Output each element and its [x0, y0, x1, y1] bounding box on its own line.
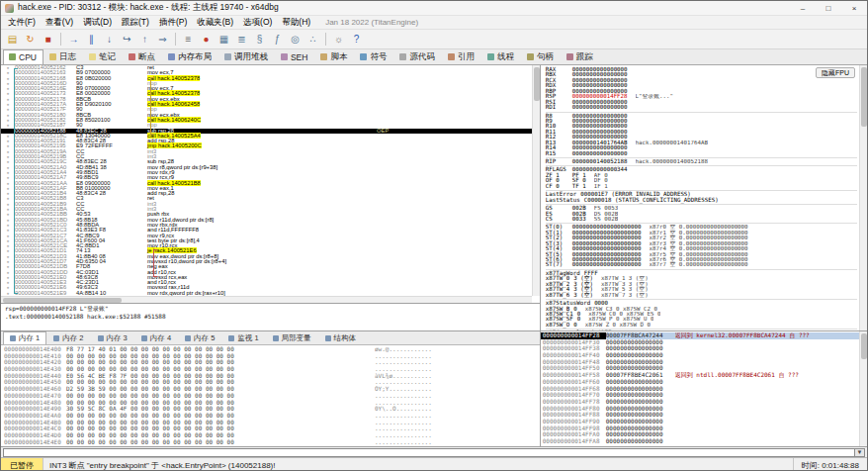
command-bar: ▼ [1, 446, 867, 457]
register-row[interactable]: ST(7)00000000000000000000x87r7 空 0.00000… [546, 262, 857, 267]
registers-body: RAX0000000000000000RBX0000000000000000RC… [546, 67, 857, 330]
command-history-dropdown[interactable]: ▼ [855, 448, 865, 457]
dump-tab-struct[interactable]: 结构体 [318, 331, 364, 344]
info-line: rsp=000000000014FF28 L"登录账" [5, 305, 536, 313]
register-name: LastStatus [546, 198, 584, 203]
register-extra: SS 002B [594, 217, 618, 222]
register-value: 0033 [572, 217, 586, 222]
register-row[interactable]: x87TW_63 (空)x87TW_7 3 (空) [546, 293, 857, 298]
register-row[interactable]: CS0033SS 002B [546, 217, 857, 222]
stack-pane[interactable]: 000000000014FF2800007FF8BCA47244返回到 kern… [541, 330, 867, 446]
tab-call-stack-icon [224, 53, 231, 60]
maximize-button[interactable]: □ [816, 1, 841, 15]
register-row[interactable]: LastStatusC0000018 (STATUS_CONFLICTING_A… [546, 198, 857, 203]
dump-tab-locals[interactable]: 局部变量 [266, 331, 318, 344]
script-button[interactable]: § [251, 32, 268, 47]
tab-source[interactable]: 源代码 [393, 49, 442, 64]
stack-vscrollbar[interactable] [859, 331, 867, 446]
menu-item[interactable]: 帮助(H) [277, 17, 315, 29]
disassembly-hscroll-thumb[interactable] [3, 298, 122, 303]
tab-cpu[interactable]: CPU [3, 49, 43, 64]
disassembly-vscroll-thumb[interactable] [534, 67, 540, 101]
stack-vscroll-thumb[interactable] [861, 333, 867, 359]
stack-comment [675, 406, 867, 413]
threads-button[interactable]: ∴ [304, 32, 321, 47]
step-over-icon: ↪ [123, 35, 130, 45]
tab-call-stack[interactable]: 调用堆栈 [218, 49, 275, 64]
dump-row[interactable]: 000000000014E4E000 00 00 00 00 00 00 00 … [1, 439, 540, 446]
menu-item[interactable]: 选项(O) [238, 17, 277, 29]
register-extra: L"登录账..." [636, 94, 673, 99]
step-out-button[interactable]: ↑ [136, 32, 153, 47]
register-row[interactable]: CF 0TF 1IF 1 [546, 184, 857, 189]
dump-tab-memory-2[interactable]: 内存 2 [46, 331, 90, 344]
tab-notes[interactable]: 笔记 [83, 49, 123, 64]
disassembly-vscrollbar[interactable] [532, 65, 540, 296]
menu-item[interactable]: 收藏夹(B) [192, 17, 238, 29]
pause-button[interactable]: ∥ [83, 32, 100, 47]
registers-vscroll-thumb[interactable] [861, 67, 867, 127]
menu-item[interactable]: 文件(F) [3, 17, 41, 29]
step-over-button[interactable]: ↪ [119, 32, 135, 47]
dump-ascii: ................ [375, 432, 540, 439]
tab-breakpoints[interactable]: 断点 [123, 49, 162, 64]
tab-handles[interactable]: 句柄 [521, 49, 561, 64]
register-row[interactable]: RIP0000000140052188hack.0000000140052188 [546, 159, 857, 164]
breakpoints-button[interactable]: ● [198, 32, 215, 47]
dump-tab-label: 内存 3 [107, 333, 128, 343]
dump-tab-memory-1-icon [10, 335, 16, 341]
register-row[interactable]: RDI0000000000000000 [546, 105, 857, 110]
menu-item[interactable]: 调试(D) [78, 17, 117, 29]
hide-fpu-button[interactable]: 隐藏FPU [816, 67, 855, 78]
register-extra: hack.00000001401764AB [636, 141, 708, 145]
dump-tab-watch-1[interactable]: 监视 1 [221, 331, 265, 344]
settings-button[interactable]: ☼ [330, 32, 347, 47]
dump-ascii: àVL¾ø........... [375, 373, 540, 380]
tab-seh[interactable]: SEH [275, 49, 314, 64]
registers-pane[interactable]: 隐藏FPU RAX0000000000000000RBX000000000000… [541, 65, 867, 330]
tab-script[interactable]: 脚本 [314, 49, 354, 64]
register-name: CF 0 [546, 184, 572, 189]
disassembly-hscrollbar[interactable] [1, 296, 532, 303]
tab-references[interactable]: 引用 [442, 49, 481, 64]
menu-item[interactable]: 插件(P) [154, 17, 192, 29]
minimize-button[interactable]: – [790, 1, 816, 15]
call-stack-button[interactable]: ≣ [233, 32, 250, 47]
close-button[interactable]: × [841, 1, 867, 15]
log-button[interactable]: ≡ [180, 32, 197, 47]
tab-symbols[interactable]: 符号 [354, 49, 393, 64]
run-button[interactable]: → [65, 32, 82, 47]
tab-trace[interactable]: 跟踪 [561, 49, 600, 64]
dump-tab-memory-5[interactable]: 内存 5 [178, 331, 221, 344]
dump-tab-watch-1-icon [228, 335, 234, 341]
symbols-button[interactable]: ƒ [269, 32, 286, 47]
dump-pane[interactable]: 内存 1内存 2内存 3内存 4内存 5监视 1局部变量结构体 00000000… [1, 330, 540, 446]
help-button[interactable]: ? [348, 32, 365, 47]
dump-tab-memory-4[interactable]: 内存 4 [134, 331, 178, 344]
open-file-button[interactable]: ▤ [4, 32, 21, 47]
tab-log[interactable]: 日志 [43, 49, 83, 64]
menu-item[interactable]: 跟踪(T) [117, 17, 154, 29]
tab-cpu-icon [9, 53, 16, 60]
dump-tab-memory-1[interactable]: 内存 1 [3, 331, 46, 344]
run-to-cursor-button[interactable]: ⇒ [154, 32, 171, 47]
register-row[interactable]: R150000000000000000 [546, 151, 857, 156]
disassembly-pane[interactable]: ●0000000140052162C3ret●0000000140052163B… [1, 65, 540, 303]
stack-row[interactable]: 000000000014FFA80000000000000000 [541, 438, 867, 445]
restart-button[interactable]: ↻ [22, 32, 39, 47]
stack-comment [675, 425, 867, 432]
tab-trace-icon [566, 53, 573, 60]
register-row[interactable]: x87SW_O0x87SW_Z 0 x87SW_D 0 [546, 323, 857, 328]
registers-vscrollbar[interactable] [859, 65, 867, 330]
command-input[interactable] [3, 448, 855, 457]
memory-map-button[interactable]: ▦ [216, 32, 232, 47]
references-button[interactable]: ◎ [287, 32, 304, 47]
tab-threads[interactable]: 线程 [481, 49, 521, 64]
menu-item[interactable]: 查看(V) [41, 17, 78, 29]
stop-button[interactable]: ■ [40, 32, 56, 47]
threads-icon: ∴ [309, 35, 315, 45]
dump-tab-label: 内存 1 [19, 333, 40, 343]
step-into-button[interactable]: ↓ [101, 32, 118, 47]
dump-tab-memory-3[interactable]: 内存 3 [91, 331, 134, 344]
tab-memory-map[interactable]: 内存布局 [162, 49, 218, 64]
